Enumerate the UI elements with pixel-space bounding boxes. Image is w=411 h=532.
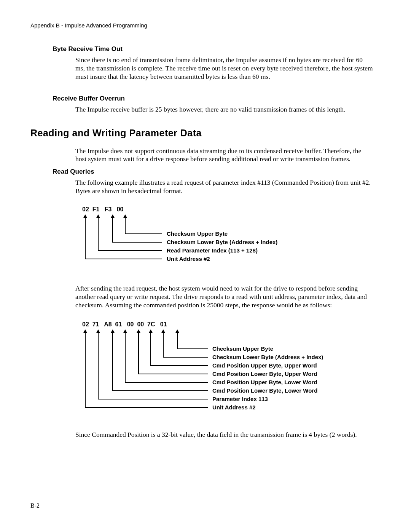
diagram1-label-checksum-upper: Checksum Upper Byte <box>167 230 228 237</box>
diagram2-label-unit-address: Unit Address #2 <box>212 404 256 411</box>
heading-byte-receive-timeout: Byte Receive Time Out <box>53 45 381 53</box>
diagram2-label-cmd-pos-ub-uw: Cmd Position Upper Byte, Upper Word <box>212 362 317 369</box>
diagram2-label-cmd-pos-lb-lw: Cmd Position Lower Byte, Lower Word <box>212 387 317 394</box>
diagram2-label-cmd-pos-ub-lw: Cmd Position Upper Byte, Lower Word <box>212 379 317 385</box>
diagram1-label-unit-address: Unit Address #2 <box>167 256 210 262</box>
diagram2-label-param-index: Parameter Index 113 <box>212 396 268 402</box>
paragraph-intro: The Impulse does not support continuous … <box>75 147 373 164</box>
document-page: Appendix B - Impulse Advanced Programmin… <box>0 0 411 532</box>
byte-diagram-request: 02 F1 F3 00 Checksum Upper Byte Checksum… <box>82 206 381 264</box>
paragraph-read-queries-1: The following example illustrates a read… <box>75 179 373 195</box>
diagram2-label-checksum-upper: Checksum Upper Byte <box>212 345 273 352</box>
page-header: Appendix B - Impulse Advanced Programmin… <box>30 22 381 29</box>
diagram1-bytes: 02 F1 F3 00 <box>82 206 381 213</box>
paragraph-receive-buffer: The Impulse receive buffer is 25 bytes h… <box>75 105 373 114</box>
paragraph-byte-receive: Since there is no end of transmission fr… <box>75 56 373 81</box>
diagram1-label-read-param-index: Read Parameter Index (113 + 128) <box>167 247 258 254</box>
diagram2-label-checksum-lower: Checksum Lower Byte (Address + Index) <box>212 354 323 360</box>
paragraph-after-diagram1: After sending the read request, the host… <box>75 284 373 310</box>
heading-read-queries: Read Queries <box>53 168 381 176</box>
diagram2-bytes: 02 71 A8 61 00 00 7C 01 <box>82 321 381 328</box>
byte-diagram-response: 02 71 A8 61 00 00 7C 01 <box>82 321 381 413</box>
diagram2-label-cmd-pos-lb-uw: Cmd Position Lower Byte, Upper Word <box>212 371 317 377</box>
paragraph-after-diagram2: Since Commanded Position is a 32-bit val… <box>75 431 373 439</box>
heading-reading-writing-parameter-data: Reading and Writing Parameter Data <box>30 128 381 139</box>
heading-receive-buffer-overrun: Receive Buffer Overrun <box>53 95 381 102</box>
diagram1-label-checksum-lower: Checksum Lower Byte (Address + Index) <box>167 239 277 245</box>
page-number: B-2 <box>30 502 40 509</box>
